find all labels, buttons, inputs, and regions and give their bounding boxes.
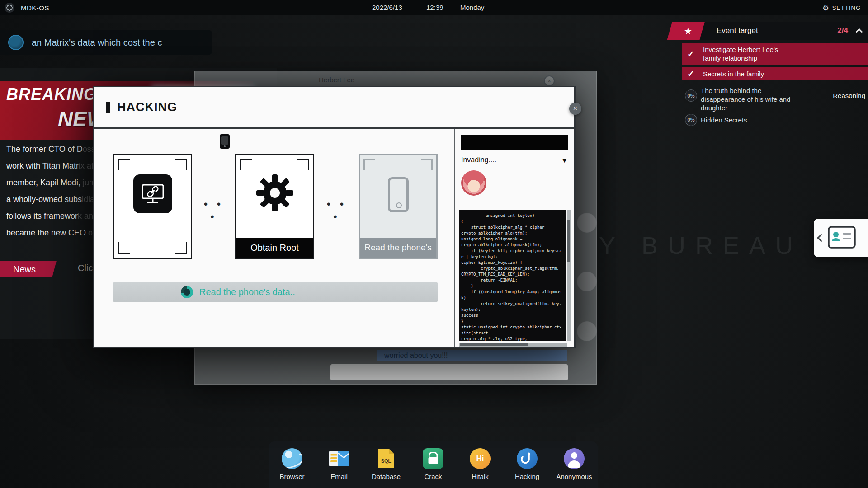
contacts-button[interactable] — [814, 219, 868, 257]
system-day: Monday — [460, 0, 484, 15]
chat-close-button[interactable]: × — [544, 75, 555, 86]
breaking-text: BREAKING — [6, 85, 97, 104]
step-card-read-phone: Read the phone's — [359, 154, 438, 259]
reasoning-label: Reasoning — [833, 92, 865, 99]
dock-item-anonymous[interactable]: Anonymous — [552, 447, 596, 480]
event-target-title: Event target — [717, 26, 758, 35]
star-icon: ★ — [684, 26, 692, 37]
check-icon: ✓ — [682, 49, 699, 59]
check-icon: ✓ — [682, 69, 699, 79]
title-bar-glyph — [106, 102, 110, 113]
dock-item-label: Hitalk — [472, 473, 489, 480]
code-line: crypto_alg * alg, u32 type, — [461, 336, 563, 341]
chat-input[interactable] — [330, 364, 568, 380]
dock-item-label: Browser — [279, 473, 304, 480]
notification-text: an Matrix's data which cost the c — [32, 38, 162, 48]
code-line: CRYPTO_TFM_RES_BAD_KEY_LEN); — [461, 272, 563, 277]
dock-item-crack[interactable]: Crack — [411, 447, 455, 480]
step-separator-dots: • • • — [198, 198, 230, 223]
hacking-window: HACKING × — [93, 86, 576, 348]
scrollbar-thumb[interactable] — [567, 220, 570, 262]
code-line: crypto_ablkcipher_alg(tfm); — [461, 230, 563, 236]
event-item-text: Secrets in the family — [703, 70, 764, 78]
progress-text: Read the phone's data.. — [199, 287, 295, 297]
code-line: success — [461, 313, 563, 319]
notification-icon — [8, 35, 24, 50]
code-line: return -EINVAL; — [461, 277, 563, 283]
event-item[interactable]: 0% Hidden Secrets — [682, 113, 868, 127]
settings-label: SETTING — [832, 5, 861, 11]
event-item-text: Investigate Herbert Lee's — [703, 45, 778, 54]
id-card-icon — [828, 226, 856, 250]
dock-item-database[interactable]: SQL Database — [364, 447, 408, 480]
dock: Browser Email — [269, 441, 598, 488]
selected-message[interactable]: worried about you!!! — [377, 350, 567, 361]
chevron-up-icon[interactable] — [856, 28, 863, 36]
dock-item-email[interactable]: Email — [317, 447, 361, 480]
step-separator-dots: • • • — [321, 198, 353, 223]
desktop: BREAKING NEWS The former CTO of Doss, Da… — [0, 0, 868, 488]
dock-item-hitalk[interactable]: Hi Hitalk — [458, 447, 502, 480]
terminal-output: unsigned int keylen) { struct ablkcipher… — [459, 210, 566, 341]
event-item[interactable]: ✓ Secrets in the family — [682, 67, 868, 80]
step-card-connect[interactable] — [113, 154, 192, 259]
code-line: cipher-&gt;max_keysize) { — [461, 260, 563, 266]
code-line: crypto_ablkcipher_alignmask(tfm); — [461, 242, 563, 248]
settings-button[interactable]: ⚙ SETTING — [822, 0, 861, 15]
event-item-text: family relationship — [703, 54, 778, 62]
event-item[interactable]: ✓ Investigate Herbert Lee's family relat… — [682, 43, 868, 65]
chevron-left-icon — [817, 234, 825, 242]
progress-bar: Read the phone's data.. — [113, 282, 438, 302]
progress-spinner-icon — [181, 286, 193, 298]
code-line: return setkey_unaligned(tfm, key, keylen… — [461, 301, 563, 313]
hacking-close-button[interactable]: × — [569, 103, 581, 115]
email-icon — [329, 447, 349, 470]
code-line: struct ablkcipher_alg * cipher = — [461, 225, 563, 230]
smartphone-icon — [388, 175, 409, 212]
topbar: MDK-OS 2022/6/13 12:39 Monday ⚙ SETTING — [0, 0, 868, 15]
invading-label: Invading.... — [461, 156, 496, 164]
progress-badge: 0% — [685, 114, 697, 126]
event-item[interactable]: 0% The truth behind the disappearance of… — [682, 84, 868, 112]
code-line: static unsigned int crypto_ablkcipher_ct… — [461, 324, 563, 336]
database-icon: SQL — [377, 447, 395, 470]
hacking-sidebar: Invading.... ▼ unsigned int keylen) { st… — [454, 129, 574, 347]
event-item-text: Hidden Secrets — [701, 116, 747, 124]
progress-badge: 0% — [685, 89, 697, 102]
dock-item-browser[interactable]: Browser — [270, 447, 314, 480]
scrollbar-thumb[interactable] — [460, 343, 528, 346]
dock-item-label: Email — [330, 473, 348, 480]
code-line: if (keylen &lt; cipher-&gt;min_keysize |… — [461, 248, 563, 260]
step-label: Read the phone's — [360, 238, 436, 258]
event-target-header: ★ Event target 2/4 — [673, 22, 868, 40]
vertical-scrollbar[interactable] — [567, 210, 571, 341]
code-line: crypto_ablkcipher_set_flags(tfm, — [461, 266, 563, 272]
system-time: 12:39 — [426, 0, 443, 15]
target-avatar — [461, 170, 486, 196]
news-tab[interactable]: News — [0, 261, 57, 277]
code-line: if ((unsigned long)key &amp; alignmask) — [461, 289, 563, 301]
os-name: MDK-OS — [21, 4, 49, 12]
notification-banner[interactable]: an Matrix's data which cost the c — [0, 30, 212, 55]
system-date: 2022/6/13 — [372, 0, 402, 15]
step-card-obtain-root[interactable]: Obtain Root — [235, 154, 314, 259]
avatar — [577, 272, 597, 291]
dock-item-hacking[interactable]: Hacking — [505, 447, 549, 480]
event-item-text: The truth behind the — [701, 86, 790, 95]
os-logo-icon — [5, 3, 14, 13]
browser-icon — [282, 448, 302, 469]
code-line: { — [461, 219, 563, 225]
svg-text:SQL: SQL — [381, 458, 392, 464]
dock-item-label: Anonymous — [556, 473, 592, 480]
avatar — [577, 321, 597, 341]
dropdown-arrow-icon[interactable]: ▼ — [561, 156, 568, 164]
code-line: unsigned int keylen) — [461, 213, 563, 219]
gear-icon — [254, 172, 296, 216]
hitalk-icon: Hi — [470, 448, 491, 469]
horizontal-scrollbar[interactable] — [459, 343, 567, 347]
step-label: Obtain Root — [236, 238, 313, 258]
bureau-watermark: Y BUREAU — [599, 231, 803, 259]
dock-item-label: Crack — [424, 473, 442, 480]
avatar — [577, 213, 597, 233]
code-line: } — [461, 319, 563, 324]
